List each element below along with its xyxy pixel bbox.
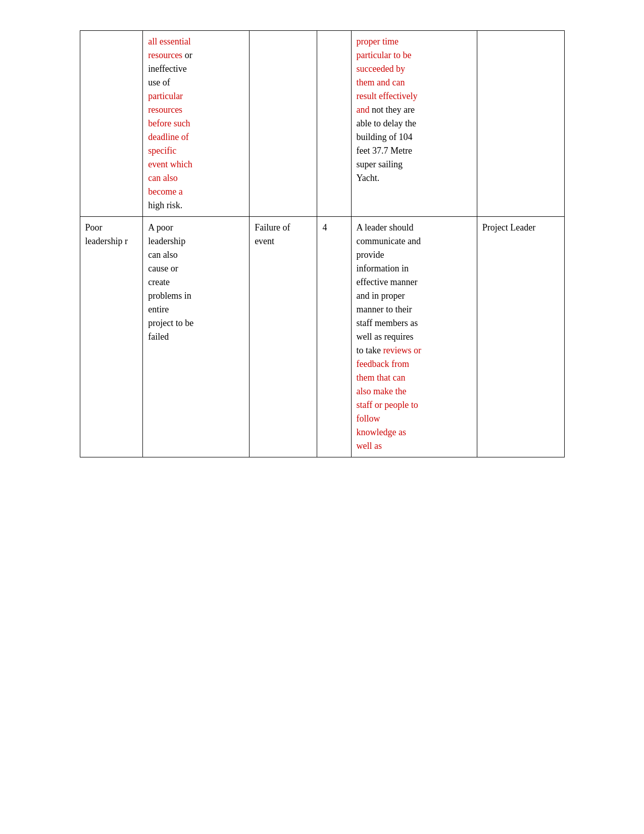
cell-r1c3 bbox=[250, 31, 317, 217]
cell-r2c1: Poor leadership r bbox=[80, 217, 143, 457]
cell-r2c6: Project Leader bbox=[477, 217, 564, 457]
cell-r2c2: A poorleadershipcan alsocause orcreatepr… bbox=[143, 217, 250, 457]
cell-r1c1 bbox=[80, 31, 143, 217]
risk-table: all essentialresources orineffectiveuse … bbox=[80, 30, 565, 457]
cell-r1c2: all essentialresources orineffectiveuse … bbox=[143, 31, 250, 217]
cell-r1c5: proper timeparticular to besucceeded byt… bbox=[351, 31, 477, 217]
cell-r1c6 bbox=[477, 31, 564, 217]
cell-r2c4: 4 bbox=[317, 217, 351, 457]
cell-r2c3: Failure of event bbox=[250, 217, 317, 457]
table-row: Poor leadership rA poorleadershipcan als… bbox=[80, 217, 564, 457]
cell-r2c5: A leader shouldcommunicate andprovideinf… bbox=[351, 217, 477, 457]
cell-r1c4 bbox=[317, 31, 351, 217]
page: all essentialresources orineffectiveuse … bbox=[80, 30, 565, 457]
table-row: all essentialresources orineffectiveuse … bbox=[80, 31, 564, 217]
